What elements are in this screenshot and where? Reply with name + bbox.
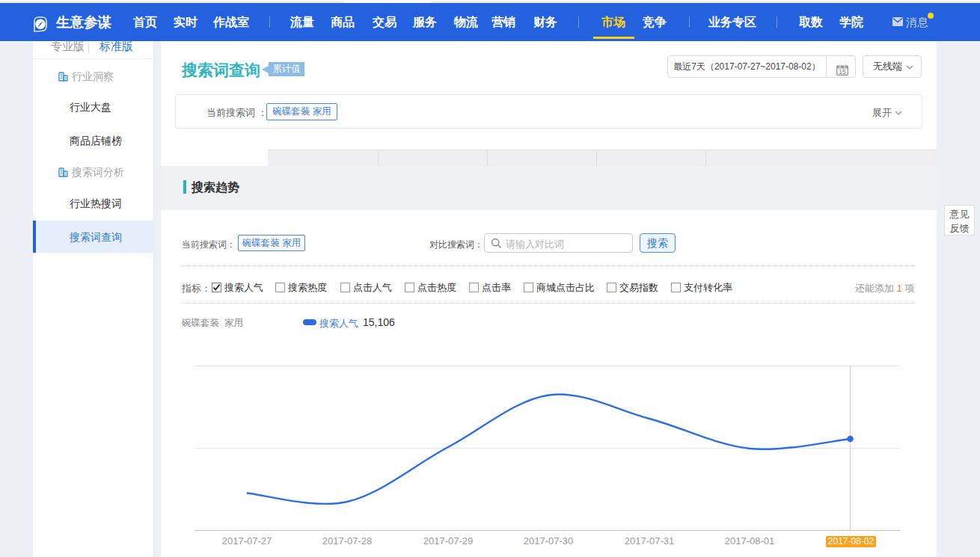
svg-text:15: 15 bbox=[839, 68, 846, 76]
